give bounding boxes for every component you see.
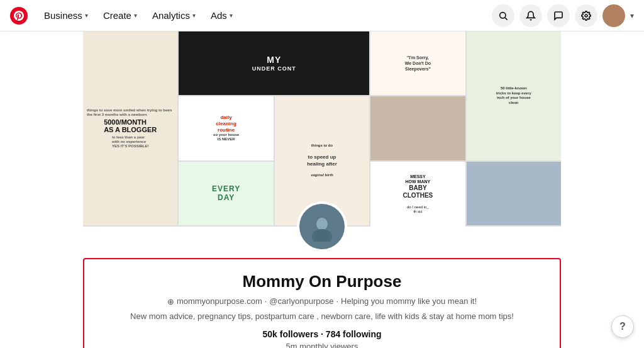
- svg-line-1: [505, 18, 508, 20]
- collage-tile: dailycleaningroutineso your houseIS NEVE…: [179, 96, 273, 160]
- analytics-chevron-icon: ▾: [192, 12, 196, 19]
- collage-tile: things to save mom smiled when trying to…: [83, 31, 177, 225]
- ads-chevron-icon: ▾: [230, 12, 233, 19]
- collage-tile: "I'm Sorry,We Don't DoSleepovers": [370, 31, 465, 95]
- collage-tile: MYUNDER CONT: [179, 31, 369, 95]
- collage-tile: MESSYHOW MANYBABYCLOTHES do I need in_th…: [370, 162, 465, 227]
- profile-description: New mom advice, pregnancy tips, postpart…: [97, 310, 547, 323]
- followers-count[interactable]: 50k followers: [262, 329, 318, 339]
- profile-website[interactable]: mommyonpurpose.com: [177, 296, 262, 306]
- business-chevron-icon: ▾: [85, 12, 88, 19]
- stats-dot: ·: [321, 329, 326, 339]
- nav-business[interactable]: Business ▾: [38, 6, 94, 25]
- nav-ads-label: Ads: [211, 10, 227, 21]
- user-avatar-button[interactable]: [602, 4, 625, 27]
- messages-button[interactable]: [547, 4, 570, 27]
- meta-separator: ·: [265, 296, 267, 306]
- following-count[interactable]: 784 following: [326, 329, 382, 339]
- nav-create-label: Create: [103, 10, 131, 21]
- monthly-viewers: 5m monthly viewers: [97, 342, 547, 349]
- collage-tile: [370, 96, 465, 160]
- svg-point-4: [316, 218, 328, 230]
- profile-meta: ⊕ mommyonpurpose.com · @carlyonpurpose ·…: [97, 296, 547, 306]
- create-chevron-icon: ▾: [134, 12, 137, 19]
- nav-analytics-label: Analytics: [152, 10, 190, 21]
- nav-items: Business ▾ Create ▾ Analytics ▾ Ads ▾: [38, 6, 492, 25]
- svg-point-2: [585, 14, 587, 17]
- profile-card: Mommy On Purpose ⊕ mommyonpurpose.com · …: [83, 258, 561, 348]
- globe-icon: ⊕: [167, 297, 174, 306]
- svg-point-0: [500, 12, 506, 18]
- pinterest-logo[interactable]: [10, 7, 28, 25]
- account-chevron-icon[interactable]: ▾: [630, 11, 634, 20]
- help-button[interactable]: ?: [611, 315, 634, 338]
- nav-business-label: Business: [44, 10, 82, 21]
- profile-pic-wrapper: [297, 201, 347, 252]
- search-button[interactable]: [492, 4, 514, 27]
- meta-separator2: ·: [336, 296, 338, 306]
- activity-button[interactable]: [575, 4, 597, 27]
- cover-collage: things to save mom smiled when trying to…: [83, 31, 561, 227]
- profile-picture: [297, 201, 347, 252]
- navbar: Business ▾ Create ▾ Analytics ▾ Ads ▾: [0, 0, 644, 31]
- main-content: things to save mom smiled when trying to…: [0, 31, 644, 348]
- profile-name: Mommy On Purpose: [97, 272, 547, 291]
- nav-right: ▾: [492, 4, 634, 27]
- collage-tile: [467, 162, 561, 225]
- profile-stats: 50k followers · 784 following: [97, 329, 547, 339]
- cover-area: things to save mom smiled when trying to…: [83, 31, 561, 227]
- collage-tile: EVERYDAY: [179, 162, 273, 225]
- nav-analytics[interactable]: Analytics ▾: [146, 6, 202, 25]
- profile-tagline: Helping you mommy like you mean it!: [341, 296, 477, 306]
- nav-ads[interactable]: Ads ▾: [204, 6, 239, 25]
- collage-tile: 50 little-knowntricks to keep everyinch …: [467, 31, 561, 160]
- notifications-button[interactable]: [519, 4, 542, 27]
- nav-create[interactable]: Create ▾: [97, 6, 143, 25]
- profile-handle: @carlyonpurpose: [269, 296, 333, 306]
